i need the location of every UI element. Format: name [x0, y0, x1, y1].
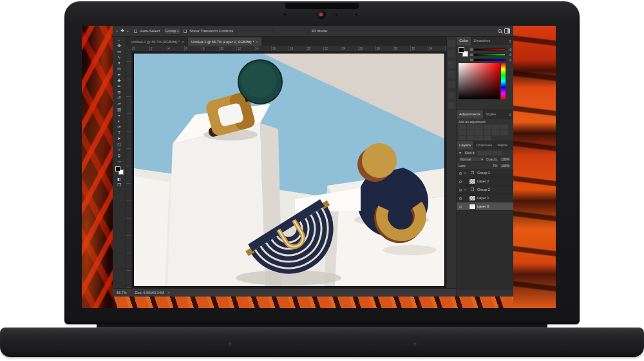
- edit-toolbar-button[interactable]: ⋯: [114, 159, 125, 164]
- brightness-contrast-icon[interactable]: [459, 124, 466, 130]
- vibrance-icon[interactable]: [492, 124, 500, 130]
- status-options-chevron-icon[interactable]: >: [168, 291, 170, 295]
- history-brush-tool[interactable]: ↺: [114, 95, 125, 101]
- foreground-color-swatch[interactable]: [459, 47, 464, 53]
- document-tab-untitled-1[interactable]: Untitled-1 @ 66.7% (RGB/8#) * ×: [128, 37, 187, 46]
- brush-tool[interactable]: ✏: [114, 83, 125, 89]
- layer-row-layer-1[interactable]: ⊙ Layer 1: [457, 194, 513, 202]
- show-transform-checkbox[interactable]: [184, 30, 187, 33]
- channel-value[interactable]: 0: [507, 53, 511, 57]
- channel-slider-track[interactable]: [474, 48, 506, 51]
- pen-tool[interactable]: ✑: [114, 124, 125, 130]
- document-tab-untitled-2[interactable]: Untitled-2 @ 66.7% (Layer 0, RGB/8#) * ×: [188, 37, 261, 46]
- info-panel-icon[interactable]: [448, 81, 455, 88]
- panel-menu-icon[interactable]: ≡: [509, 39, 513, 43]
- hue-spectrum-slider[interactable]: [501, 63, 506, 99]
- levels-icon[interactable]: [467, 124, 475, 130]
- eraser-tool[interactable]: ▱: [114, 101, 125, 106]
- curves-icon[interactable]: [475, 124, 483, 130]
- blur-tool[interactable]: ◒: [114, 112, 125, 118]
- canvas-photo[interactable]: [134, 54, 444, 286]
- color-panel-swatches[interactable]: [459, 47, 468, 57]
- foreground-color-swatch[interactable]: [115, 166, 120, 171]
- search-icon[interactable]: [498, 29, 502, 33]
- screen-mode-button[interactable]: ❒: [114, 182, 125, 188]
- visibility-eye-icon[interactable]: ⊙: [458, 179, 463, 184]
- color-lookup-icon[interactable]: [492, 130, 500, 135]
- tool-preset-caret-icon[interactable]: ▾: [127, 30, 128, 33]
- close-icon[interactable]: ×: [182, 40, 184, 44]
- layer-row-layer-0[interactable]: ⊙ Layer 0: [457, 202, 513, 211]
- visibility-eye-icon[interactable]: ⊙: [458, 196, 463, 200]
- type-tool[interactable]: T: [114, 130, 125, 135]
- hand-tool[interactable]: ☞: [114, 147, 125, 153]
- filter-smart-objects-icon[interactable]: [498, 151, 502, 155]
- layer-thumbnail[interactable]: ❒: [469, 187, 476, 193]
- tab-channels[interactable]: Channels: [473, 141, 495, 150]
- clone-stamp-tool[interactable]: ⊕: [114, 89, 125, 95]
- gradient-tool[interactable]: ▥: [114, 106, 125, 112]
- adjustments-panel-icon[interactable]: [448, 71, 455, 78]
- workspace-switcher-icon[interactable]: [504, 28, 510, 34]
- saturation-brightness-field[interactable]: [459, 63, 500, 99]
- layer-thumbnail[interactable]: [469, 195, 476, 201]
- panel-menu-icon[interactable]: ≡: [509, 113, 513, 117]
- channel-mixer-icon[interactable]: [484, 130, 491, 135]
- libraries-panel-icon[interactable]: [448, 61, 455, 68]
- zoom-level[interactable]: 66.7%: [117, 291, 127, 295]
- layer-thumbnail[interactable]: [469, 179, 476, 184]
- hue-saturation-icon[interactable]: [500, 124, 508, 130]
- photo-filter-icon[interactable]: [475, 130, 483, 135]
- tab-styles[interactable]: Styles: [483, 110, 498, 119]
- invert-icon[interactable]: [500, 130, 508, 135]
- group-expand-caret-icon[interactable]: ▾: [464, 171, 468, 175]
- tab-paths[interactable]: Paths: [495, 141, 509, 150]
- quick-selection-tool[interactable]: ✦: [114, 60, 125, 66]
- layer-thumbnail[interactable]: ❒: [469, 170, 476, 176]
- foreground-background-swatches[interactable]: [115, 166, 124, 175]
- channel-slider-track[interactable]: [474, 59, 506, 61]
- exposure-icon[interactable]: [484, 124, 491, 130]
- history-panel-icon[interactable]: [448, 92, 455, 99]
- marquee-tool[interactable]: ▭: [114, 48, 125, 54]
- fill-field[interactable]: 100%: [499, 163, 511, 168]
- group-expand-caret-icon[interactable]: ▾: [464, 188, 468, 191]
- zoom-tool[interactable]: ⚲: [114, 153, 125, 159]
- filter-adjustment-layers-icon[interactable]: [482, 151, 487, 155]
- tab-layers[interactable]: Layers: [457, 141, 473, 150]
- layer-row-layer-2[interactable]: ⊙ Layer 2: [457, 177, 513, 186]
- move-tool[interactable]: ✥: [114, 43, 125, 48]
- color-balance-icon[interactable]: [459, 130, 466, 135]
- quick-mask-button[interactable]: ◧: [114, 176, 125, 182]
- learn-panel-icon[interactable]: [448, 40, 455, 47]
- filter-pixel-layers-icon[interactable]: [477, 151, 482, 155]
- layer-row-group-2[interactable]: ⊙ ▾ ❒ Group 2: [457, 186, 513, 194]
- properties-panel-icon[interactable]: [448, 50, 455, 57]
- channel-value[interactable]: 0: [507, 48, 511, 52]
- tab-adjustments[interactable]: Adjustments: [457, 110, 483, 119]
- blend-mode-dropdown[interactable]: Normal ▾: [459, 157, 485, 162]
- channel-slider-track[interactable]: [474, 54, 506, 56]
- auto-select-mode-dropdown[interactable]: Group ▾: [163, 28, 182, 35]
- layer-row-group-1[interactable]: ⊙ ▾ ❒ Group 1: [457, 169, 513, 177]
- lasso-tool[interactable]: ∿: [114, 54, 125, 60]
- options-collapse-icon[interactable]: »: [116, 28, 118, 34]
- filter-type-layers-icon[interactable]: [488, 151, 492, 155]
- visibility-eye-icon[interactable]: ⊙: [458, 204, 463, 209]
- toolbar-collapse-icon[interactable]: »: [118, 37, 120, 43]
- canvas-pasteboard[interactable]: [132, 52, 446, 288]
- filter-shape-layers-icon[interactable]: [493, 151, 497, 155]
- healing-brush-tool[interactable]: ✚: [114, 77, 125, 83]
- auto-select-checkbox[interactable]: [134, 30, 137, 33]
- layer-filter-dropdown[interactable]: Kind ▾: [463, 150, 477, 155]
- tab-color[interactable]: Color: [457, 37, 471, 45]
- visibility-eye-icon[interactable]: ⊙: [458, 188, 463, 192]
- black-white-icon[interactable]: [467, 130, 475, 135]
- channel-value[interactable]: 0: [507, 58, 511, 62]
- dodge-tool[interactable]: ◐: [114, 118, 125, 124]
- close-icon[interactable]: ×: [256, 40, 258, 44]
- shape-tool[interactable]: ◻: [114, 141, 125, 147]
- visibility-eye-icon[interactable]: ⊙: [458, 171, 463, 175]
- swatches-panel-icon[interactable]: [448, 102, 455, 109]
- opacity-field[interactable]: 100%: [499, 157, 511, 162]
